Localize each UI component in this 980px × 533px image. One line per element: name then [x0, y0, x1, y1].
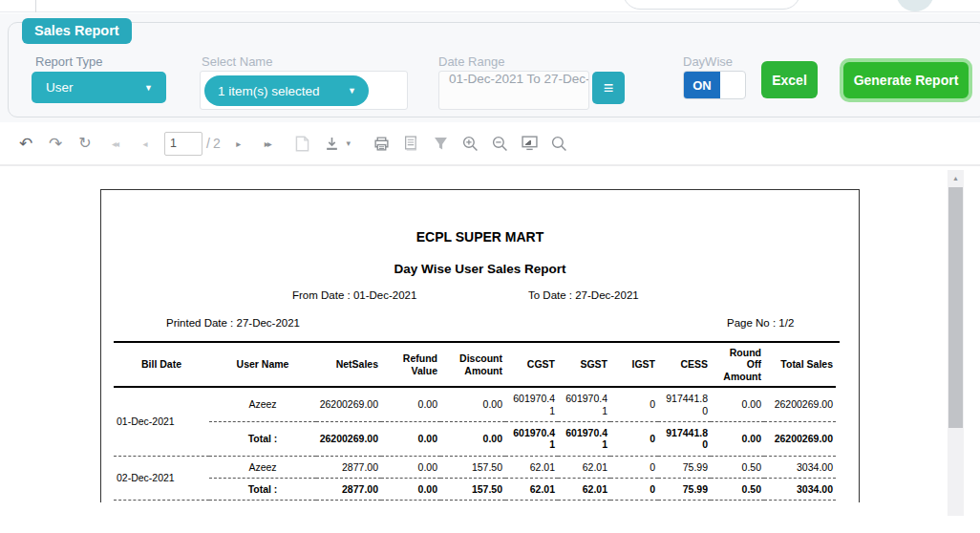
report-document-icon[interactable]	[402, 136, 421, 151]
table-cell: 26200269.00	[316, 421, 381, 456]
daywise-toggle[interactable]: ON	[683, 71, 746, 99]
col-header: IGST	[610, 343, 658, 387]
select-name-box: 1 item(s) selected ▼	[200, 71, 408, 110]
col-header: NetSales	[316, 343, 381, 387]
col-header: Total Sales	[764, 343, 836, 387]
filter-funnel-icon[interactable]	[432, 137, 451, 151]
table-cell: 0.00	[381, 479, 440, 501]
report-type-value: User	[46, 80, 74, 95]
table-cell: 0	[610, 421, 658, 456]
global-search-input[interactable]	[623, 0, 800, 10]
table-cell: 75.99	[658, 479, 711, 501]
table-cell: 75.99	[658, 456, 711, 478]
download-icon[interactable]	[323, 137, 342, 151]
app-header	[0, 0, 980, 12]
table-cell: 917441.80	[658, 387, 711, 421]
print-icon[interactable]	[373, 136, 392, 152]
table-cell: 62.01	[558, 456, 610, 478]
chevron-down-icon: ▼	[348, 86, 356, 96]
company-name: ECPL SUPER MART	[101, 229, 859, 245]
date-menu-button[interactable]: ≡	[592, 72, 625, 104]
table-cell: 0.50	[711, 456, 764, 478]
table-cell: 2877.00	[316, 479, 381, 501]
table-row: 01-Dec-2021 Azeez 26200269.00 0.00 0.00 …	[114, 387, 836, 421]
table-cell: 3034.00	[764, 456, 836, 478]
table-cell: 26200269.00	[764, 421, 836, 456]
table-cell: 917441.80	[658, 421, 711, 456]
report-type-dropdown[interactable]: User ▼	[32, 72, 166, 103]
col-header: CGST	[505, 343, 558, 387]
table-cell: 0.00	[440, 421, 505, 456]
report-type-label: Report Type	[35, 54, 103, 69]
last-page-icon[interactable]: ▸▸	[258, 139, 277, 149]
select-name-label: Select Name	[202, 54, 272, 69]
col-header: Discount Amount	[440, 343, 505, 387]
blank-page-icon[interactable]	[293, 136, 312, 152]
toggle-on-state: ON	[684, 72, 720, 98]
prev-page-icon[interactable]: ◂	[135, 139, 154, 149]
table-cell: 0	[610, 456, 658, 478]
scroll-up-arrow-icon[interactable]: ▲	[948, 170, 964, 185]
table-cell: 0.00	[440, 387, 505, 421]
header-divider	[35, 0, 36, 12]
col-header: SGST	[558, 343, 610, 387]
next-page-icon[interactable]: ▸	[228, 139, 247, 149]
table-cell: 0.00	[381, 387, 440, 421]
page-number-input[interactable]	[164, 132, 202, 156]
select-name-value: 1 item(s) selected	[218, 84, 320, 98]
scrollbar-thumb[interactable]	[948, 187, 963, 428]
total-label-cell: Total :	[209, 479, 316, 501]
date-range-input[interactable]: 01-Dec-2021 To 27-Dec-2021	[438, 71, 589, 110]
table-cell: 601970.41	[505, 387, 558, 421]
chevron-down-icon: ▼	[144, 83, 153, 93]
date-range-label: Date Range	[438, 54, 504, 69]
table-cell: 26200269.00	[316, 387, 381, 421]
col-header: Bill Date	[114, 343, 209, 387]
page-count: / 2	[206, 136, 221, 151]
table-cell: 0.00	[381, 421, 440, 456]
bill-date-cell: 02-Dec-2021	[114, 456, 209, 501]
table-cell: 3034.00	[764, 479, 836, 501]
search-icon[interactable]	[550, 136, 569, 152]
report-title: Day Wise User Sales Report	[101, 262, 859, 276]
to-date: To Date : 27-Dec-2021	[528, 289, 639, 301]
refresh-icon[interactable]: ↻	[75, 136, 95, 151]
filter-section: Sales Report Report Type User ▼ Select N…	[0, 13, 980, 122]
undo-icon[interactable]: ↶	[16, 136, 35, 152]
daywise-label: DayWise	[683, 54, 733, 69]
table-header-row: Bill Date User Name NetSales Refund Valu…	[114, 343, 836, 387]
from-date: From Date : 01-Dec-2021	[292, 289, 416, 301]
col-header: User Name	[209, 343, 316, 387]
page-count-value: 2	[213, 136, 221, 151]
table-cell: 157.50	[440, 479, 505, 501]
download-options-caret-icon[interactable]: ▾	[344, 139, 353, 148]
sales-report-panel: Sales Report Report Type User ▼ Select N…	[8, 22, 980, 117]
col-header: CESS	[658, 343, 711, 387]
table-cell: 0	[610, 387, 658, 421]
zoom-out-icon[interactable]	[491, 136, 510, 152]
table-cell: 601970.41	[505, 421, 558, 456]
first-page-icon[interactable]: ◂◂	[105, 139, 124, 149]
printed-date: Printed Date : 27-Dec-2021	[166, 317, 300, 329]
avatar[interactable]	[896, 0, 934, 11]
vertical-scrollbar[interactable]: ▲	[948, 170, 964, 516]
total-label-cell: Total :	[209, 421, 316, 456]
page-separator: /	[206, 136, 210, 151]
col-header: Round Off Amount	[711, 343, 764, 387]
table-cell: 0.00	[711, 387, 764, 421]
zoom-in-icon[interactable]	[461, 136, 480, 152]
pdf-viewer: ECPL SUPER MART Day Wise User Sales Repo…	[0, 168, 948, 502]
hamburger-icon: ≡	[604, 78, 614, 98]
table-cell: 0	[610, 479, 658, 501]
generate-report-button[interactable]: Generate Report	[840, 58, 972, 102]
redo-icon[interactable]: ↷	[46, 136, 65, 152]
report-page: ECPL SUPER MART Day Wise User Sales Repo…	[100, 189, 860, 502]
page-no: Page No : 1/2	[727, 317, 794, 329]
excel-button[interactable]: Excel	[761, 61, 818, 98]
select-name-dropdown[interactable]: 1 item(s) selected ▼	[204, 75, 369, 106]
table-cell: 601970.41	[558, 421, 610, 456]
table-total-row: Total : 2877.00 0.00 157.50 62.01 62.01 …	[114, 479, 836, 501]
table-cell: 0.00	[711, 421, 764, 456]
fit-to-window-icon[interactable]	[521, 136, 540, 151]
table-cell: 62.01	[558, 479, 610, 501]
